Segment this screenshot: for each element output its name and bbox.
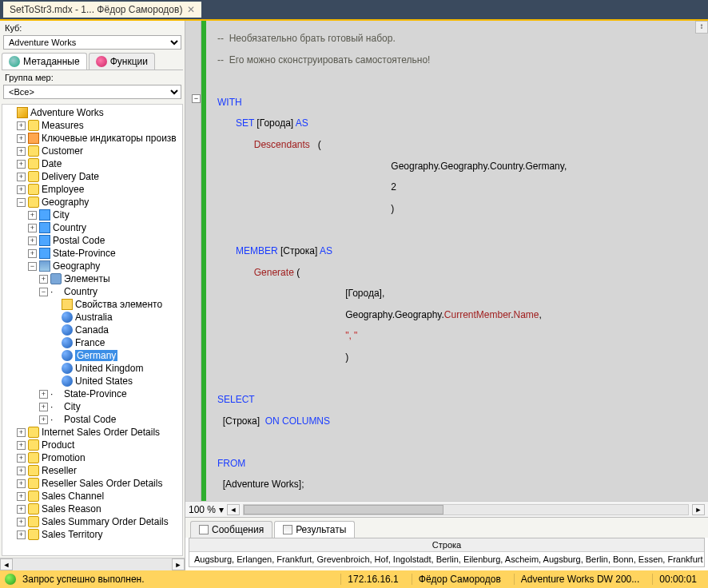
tab-messages[interactable]: Сообщения: [190, 521, 272, 538]
tree-node[interactable]: +Employee: [4, 183, 181, 196]
expander-icon[interactable]: +: [17, 492, 26, 501]
tree-node[interactable]: −Geography: [4, 260, 181, 272]
expander-icon[interactable]: +: [39, 275, 48, 284]
tab-functions[interactable]: Функции: [89, 53, 155, 70]
tree-node[interactable]: +Sales Reason: [4, 503, 181, 515]
expander-icon[interactable]: +: [39, 390, 48, 399]
code-content[interactable]: -- Необязательно брать готовый набор. --…: [206, 21, 708, 501]
tree-node[interactable]: +Promotion: [4, 451, 181, 464]
expander-icon[interactable]: [6, 109, 14, 117]
tree-node[interactable]: Adventure Works: [4, 106, 181, 119]
metadata-tree[interactable]: Adventure Works+Measures+Ключевые индика…: [2, 104, 183, 556]
tree-node[interactable]: +Reseller Sales Order Details: [4, 477, 181, 490]
cube-select[interactable]: Adventure Works: [3, 35, 181, 50]
expander-icon[interactable]: +: [28, 249, 37, 258]
tree-node[interactable]: Canada: [4, 324, 181, 336]
expander-icon[interactable]: +: [17, 185, 26, 194]
ball-icon: [62, 337, 73, 348]
expander-icon[interactable]: [50, 364, 59, 373]
tab-metadata[interactable]: Метаданные: [2, 53, 87, 70]
expander-icon[interactable]: +: [39, 403, 48, 411]
sidebar-hscroll[interactable]: ◄ ►: [0, 558, 185, 570]
expander-icon[interactable]: +: [17, 441, 26, 450]
expander-icon[interactable]: +: [28, 236, 37, 245]
tree-node[interactable]: −Geography: [4, 196, 181, 209]
tree-node[interactable]: +Элементы: [4, 272, 181, 285]
tree-node[interactable]: +Product: [4, 439, 181, 451]
tree-node[interactable]: +Ключевые индикаторы произв: [4, 132, 181, 145]
tree-node[interactable]: −·Country: [4, 285, 181, 298]
tree-node[interactable]: +City: [4, 209, 181, 221]
tree-node[interactable]: +·Postal Code: [4, 413, 181, 426]
expander-icon[interactable]: +: [17, 121, 26, 130]
expander-icon[interactable]: +: [17, 147, 26, 156]
hscroll-right-icon[interactable]: ►: [692, 504, 705, 515]
tree-node[interactable]: +Country: [4, 221, 181, 234]
expander-icon[interactable]: +: [17, 530, 26, 539]
expander-icon[interactable]: +: [17, 518, 26, 526]
tree-node[interactable]: +·State-Province: [4, 387, 181, 400]
tree-node[interactable]: +Reseller: [4, 464, 181, 477]
measure-group-select[interactable]: <Все>: [3, 85, 181, 99]
hscroll-thumb[interactable]: [244, 505, 443, 514]
expander-icon[interactable]: [50, 339, 59, 348]
tree-node[interactable]: Germany: [4, 349, 181, 362]
hscroll-track[interactable]: [243, 504, 689, 515]
tree-node[interactable]: +Sales Channel: [4, 490, 181, 503]
tree-node[interactable]: +Date: [4, 157, 181, 170]
expander-icon[interactable]: +: [17, 428, 26, 437]
expander-icon[interactable]: +: [17, 505, 26, 514]
expander-icon[interactable]: −: [28, 262, 37, 271]
close-icon[interactable]: ✕: [187, 4, 195, 15]
result-grid[interactable]: Строка Augsburg, Erlangen, Frankfurt, Gr…: [189, 538, 705, 567]
tree-node[interactable]: +Internet Sales Order Details: [4, 426, 181, 439]
expander-icon[interactable]: −: [39, 288, 48, 296]
result-row[interactable]: Augsburg, Erlangen, Frankfurt, Grevenbro…: [189, 552, 704, 566]
expander-icon[interactable]: [50, 326, 59, 335]
tree-node-label: Germany: [75, 350, 117, 361]
hscroll-left-icon[interactable]: ◄: [227, 504, 240, 515]
tree-node[interactable]: United States: [4, 375, 181, 387]
expander-icon[interactable]: +: [17, 134, 26, 143]
tree-node[interactable]: France: [4, 336, 181, 349]
expander-icon[interactable]: +: [28, 211, 37, 220]
expander-icon[interactable]: +: [17, 160, 26, 169]
expander-icon[interactable]: +: [17, 454, 26, 463]
expander-icon[interactable]: +: [17, 467, 26, 475]
tree-node-label: Internet Sales Order Details: [42, 427, 160, 438]
tree-node[interactable]: +Sales Summary Order Details: [4, 515, 181, 528]
cube-label: Куб:: [0, 21, 185, 35]
expander-icon[interactable]: +: [28, 224, 37, 232]
tree-node[interactable]: Свойства элементо: [4, 298, 181, 311]
scroll-icon[interactable]: ↕: [695, 21, 708, 34]
scroll-right-icon[interactable]: ►: [172, 558, 185, 570]
tree-node[interactable]: +Sales Territory: [4, 528, 181, 541]
tree-node[interactable]: +·City: [4, 400, 181, 413]
tree-node[interactable]: +Measures: [4, 119, 181, 132]
tab-results[interactable]: Результаты: [274, 521, 355, 538]
ball-icon: [62, 363, 73, 374]
expander-icon[interactable]: [50, 352, 59, 360]
expander-icon[interactable]: +: [17, 173, 26, 181]
tree-node[interactable]: +State-Province: [4, 247, 181, 260]
file-tab[interactable]: SetToStr3.mdx - 1... Фёдор Самородов) ✕: [3, 2, 201, 18]
tree-node[interactable]: +Customer: [4, 145, 181, 157]
tree-node[interactable]: +Delivery Date: [4, 170, 181, 183]
result-column-header[interactable]: Строка: [189, 538, 704, 552]
expander-icon[interactable]: [50, 313, 59, 322]
fold-icon[interactable]: −: [192, 94, 201, 103]
expander-icon[interactable]: [50, 300, 59, 309]
expander-icon[interactable]: [50, 377, 59, 386]
tree-node[interactable]: United Kingdom: [4, 362, 181, 375]
expander-icon[interactable]: +: [17, 479, 26, 488]
dim-icon: [28, 439, 39, 451]
tree-node[interactable]: Australia: [4, 311, 181, 324]
tree-node[interactable]: +Postal Code: [4, 234, 181, 247]
zoom-dropdown-icon[interactable]: ▾: [219, 504, 224, 515]
expander-icon[interactable]: +: [39, 415, 48, 424]
expander-icon[interactable]: −: [17, 198, 26, 207]
tree-node-label: City: [53, 209, 70, 220]
scroll-left-icon[interactable]: ◄: [0, 558, 13, 570]
code-editor[interactable]: − -- Необязательно брать готовый набор. …: [185, 21, 708, 501]
tree-node-label: Country: [53, 222, 86, 233]
